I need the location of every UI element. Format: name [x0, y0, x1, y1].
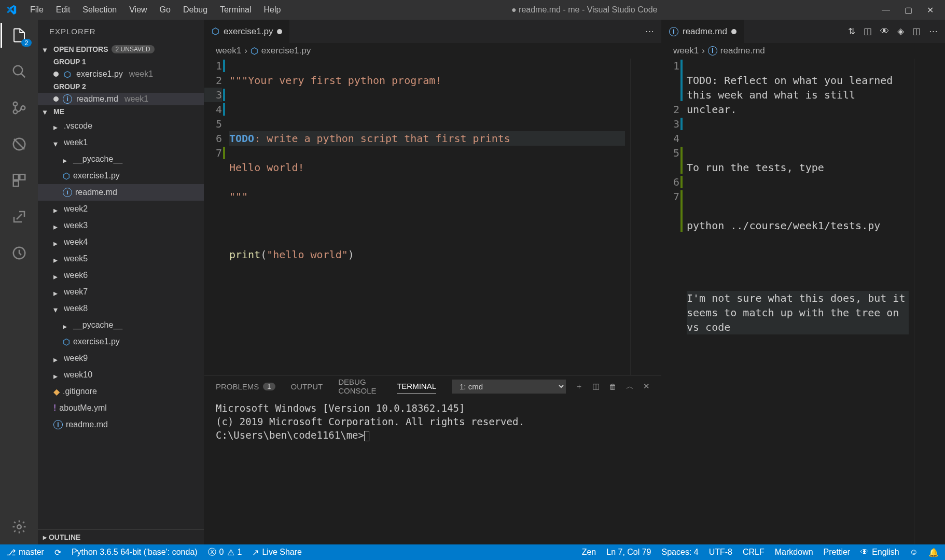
tab-readme[interactable]: i readme.md	[662, 20, 744, 43]
workspace-header[interactable]: ME	[38, 105, 204, 118]
tree-file-readme-week1[interactable]: ireadme.md	[38, 184, 204, 201]
tree-file-readme-root[interactable]: ireadme.md	[38, 416, 204, 433]
status-prettier[interactable]: Prettier	[824, 548, 851, 557]
status-spell[interactable]: 👁English	[860, 548, 899, 557]
open-editor-folder: week1	[124, 94, 148, 104]
tree-folder-pycache-week8[interactable]: __pycache__	[38, 317, 204, 333]
activity-liveshare[interactable]	[9, 206, 30, 227]
breadcrumb-left[interactable]: week1› ⬡ exercise1.py	[204, 43, 661, 59]
code-text: Hello world!	[229, 161, 304, 174]
tree-folder-pycache-week1[interactable]: __pycache__	[38, 151, 204, 167]
activity-settings[interactable]	[9, 516, 30, 537]
tree-folder-week3[interactable]: week3	[38, 217, 204, 234]
status-notifications[interactable]: 🔔	[928, 548, 939, 557]
panel-tab-debug[interactable]: DEBUG CONSOLE	[338, 374, 381, 398]
open-preview-icon[interactable]: ◫	[864, 26, 872, 37]
activity-debug[interactable]	[9, 134, 30, 155]
line-number: 7	[204, 146, 222, 160]
tab-more-icon[interactable]: ⋯	[929, 26, 938, 37]
tree-folder-week6[interactable]: week6	[38, 267, 204, 284]
panel-close-icon[interactable]: ✕	[643, 382, 650, 391]
code-text: Your very first python program!	[248, 74, 441, 87]
status-cursor[interactable]: Ln 7, Col 79	[606, 548, 651, 557]
status-python[interactable]: Python 3.6.5 64-bit ('base': conda)	[72, 548, 198, 557]
run-icon[interactable]: ◈	[897, 26, 904, 37]
status-branch[interactable]: ⎇master	[6, 548, 44, 557]
open-editor-filename: readme.md	[76, 94, 118, 104]
status-feedback[interactable]: ☺	[910, 548, 918, 557]
svg-point-9	[17, 525, 21, 529]
terminal-body[interactable]: Microsoft Windows [Version 10.0.18362.14…	[204, 397, 661, 544]
menu-debug[interactable]: Debug	[177, 0, 214, 20]
tree-folder-week10[interactable]: week10	[38, 367, 204, 383]
panel-maximize-icon[interactable]: ︿	[626, 382, 634, 391]
tree-file-aboutme[interactable]: !aboutMe.yml	[38, 400, 204, 416]
status-encoding[interactable]: UTF-8	[709, 548, 732, 557]
svg-rect-5	[13, 175, 18, 180]
window-close-icon[interactable]: ✕	[927, 5, 934, 15]
code-editor-right[interactable]: 1 2 3 4 5 6 7 TODO: Reflect on what you …	[662, 59, 945, 544]
code-text	[229, 102, 625, 117]
outline-header[interactable]: OUTLINE	[38, 529, 204, 544]
panel-tab-problems[interactable]: PROBLEMS1	[216, 379, 275, 394]
tree-folder-week7[interactable]: week7	[38, 284, 204, 300]
menu-help[interactable]: Help	[258, 0, 287, 20]
minimap[interactable]	[630, 59, 661, 375]
split-terminal-icon[interactable]: ◫	[592, 382, 600, 391]
menu-edit[interactable]: Edit	[50, 0, 77, 20]
window-minimize-icon[interactable]: —	[882, 5, 890, 15]
activity-time-icon[interactable]	[9, 243, 30, 263]
tree-folder-vscode[interactable]: .vscode	[38, 118, 204, 134]
svg-point-2	[13, 110, 17, 114]
sync-icon: ⟳	[54, 548, 61, 557]
preview-icon[interactable]: 👁	[880, 26, 889, 37]
menu-go[interactable]: Go	[154, 0, 177, 20]
tab-exercise1[interactable]: ⬡ exercise1.py	[204, 20, 290, 43]
menu-view[interactable]: View	[123, 0, 153, 20]
window-maximize-icon[interactable]: ▢	[905, 5, 912, 15]
menu-selection[interactable]: Selection	[76, 0, 123, 20]
status-problems[interactable]: ⓧ0⚠1	[208, 547, 242, 558]
tree-folder-week4[interactable]: week4	[38, 234, 204, 250]
tree-label: week8	[64, 304, 88, 313]
split-editor-icon[interactable]: ◫	[912, 26, 921, 37]
activity-search[interactable]	[9, 61, 30, 82]
panel-tab-terminal[interactable]: TERMINAL	[397, 379, 436, 394]
open-editor-readme[interactable]: i readme.md week1	[38, 93, 204, 105]
status-liveshare[interactable]: ↗Live Share	[252, 548, 302, 557]
tree-file-gitignore[interactable]: ◆.gitignore	[38, 383, 204, 400]
open-editors-header[interactable]: OPEN EDITORS 2 UNSAVED	[38, 43, 204, 55]
code-text: """	[229, 74, 248, 87]
status-eol[interactable]: CRLF	[743, 548, 765, 557]
code-text: print	[229, 248, 260, 261]
open-editor-exercise1[interactable]: ⬡ exercise1.py week1	[38, 68, 204, 80]
tab-more-icon[interactable]: ⋯	[645, 26, 654, 37]
menu-file[interactable]: File	[24, 0, 50, 20]
minimap[interactable]	[914, 59, 945, 544]
new-terminal-icon[interactable]: ＋	[575, 382, 583, 391]
tree-label: week5	[64, 254, 88, 263]
menu-terminal[interactable]: Terminal	[214, 0, 257, 20]
activity-source-control[interactable]	[9, 97, 30, 118]
status-zen[interactable]: Zen	[582, 548, 596, 557]
status-language[interactable]: Markdown	[775, 548, 813, 557]
tree-file-exercise1-week8[interactable]: ⬡exercise1.py	[38, 333, 204, 350]
code-editor-left[interactable]: 1 2 3 4 5 6 7 """Your very first python …	[204, 59, 661, 375]
terminal-shell-select[interactable]: 1: cmd	[452, 380, 566, 394]
tree-folder-week1[interactable]: week1	[38, 134, 204, 151]
tree-label: __pycache__	[73, 155, 122, 164]
line-number: 6	[204, 131, 222, 146]
activity-extensions[interactable]	[9, 170, 30, 191]
tree-folder-week2[interactable]: week2	[38, 201, 204, 217]
git-compare-icon[interactable]: ⇅	[848, 26, 855, 37]
kill-terminal-icon[interactable]: 🗑	[609, 382, 617, 391]
tree-folder-week5[interactable]: week5	[38, 250, 204, 267]
tree-folder-week8[interactable]: week8	[38, 300, 204, 317]
breadcrumb-right[interactable]: week1› i readme.md	[662, 43, 945, 59]
tree-folder-week9[interactable]: week9	[38, 350, 204, 367]
panel-tab-output[interactable]: OUTPUT	[291, 379, 323, 394]
activity-explorer[interactable]: 2	[9, 25, 30, 46]
status-sync[interactable]: ⟳	[54, 548, 61, 557]
status-spaces[interactable]: Spaces: 4	[662, 548, 699, 557]
tree-file-exercise1[interactable]: ⬡exercise1.py	[38, 167, 204, 184]
